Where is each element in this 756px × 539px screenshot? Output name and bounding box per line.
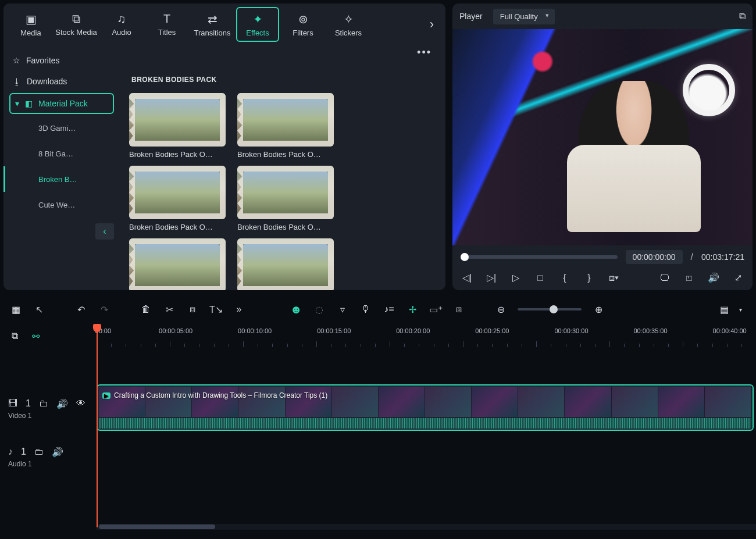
undo-icon[interactable]: ↶ [74, 304, 87, 315]
view-mode-icon[interactable]: ▤ [718, 304, 730, 315]
zoom-handle[interactable] [550, 305, 558, 313]
sidebar-sub-8bit[interactable]: 8 Bit Ga… [3, 141, 108, 166]
add-track-icon[interactable]: ⧉ [8, 331, 21, 341]
delete-icon[interactable]: 🗑 [140, 304, 152, 315]
redo-icon[interactable]: ↷ [98, 304, 110, 315]
marker-icon[interactable]: ▿ [336, 304, 349, 315]
player-header: Player Full Quality ⧉ [452, 3, 753, 29]
track-label: Audio 1 [8, 460, 88, 468]
voice-icon[interactable]: 🎙 [359, 304, 372, 315]
pack-title: BROKEN BODIES PACK [131, 76, 436, 84]
clip-title: ▶Crafting a Custom Intro with Drawing To… [102, 391, 327, 399]
ruler-tick-label: 00:00:05:00 [159, 327, 192, 334]
video-clip[interactable]: ▶Crafting a Custom Intro with Drawing To… [97, 384, 754, 431]
tab-transitions[interactable]: ⇄Transitions [191, 7, 234, 42]
compare-icon[interactable]: ⧉ [739, 11, 746, 22]
ruler-left-controls: ⧉ ⚯ [0, 325, 97, 347]
view-mode-dropdown-icon[interactable]: ▾ [734, 306, 747, 313]
volume-icon[interactable]: 🔊 [707, 272, 720, 283]
time-separator: / [691, 252, 693, 262]
crop-icon[interactable]: ⧈ [186, 304, 199, 315]
tab-label: Stickers [335, 28, 362, 37]
display-icon[interactable]: 🖵 [658, 273, 671, 283]
tab-media[interactable]: ▣Media [9, 7, 52, 42]
templates-icon[interactable]: ▦ [9, 304, 22, 315]
zoom-out-icon[interactable]: ⊖ [494, 304, 507, 315]
speed-icon[interactable]: ◌ [313, 304, 326, 315]
effect-card[interactable] [237, 238, 334, 290]
play-next-icon[interactable]: ▷| [485, 272, 498, 283]
fullscreen-icon[interactable]: ⤢ [732, 272, 744, 283]
tab-stock-media[interactable]: ⧉Stock Media [55, 7, 98, 42]
mark-out-icon[interactable]: } [583, 273, 595, 283]
sidebar-sub-3d-gaming[interactable]: 3D Gami… [3, 115, 108, 141]
audio-mixer-icon[interactable]: ♪≡ [383, 304, 395, 315]
visibility-icon[interactable]: 👁 [76, 398, 85, 409]
more-menu-button[interactable]: ••• [417, 47, 432, 59]
tab-titles[interactable]: TTitles [145, 7, 188, 42]
effect-card[interactable]: Broken Bodies Pack O… [237, 93, 334, 159]
mute-icon[interactable]: 🔊 [56, 398, 68, 409]
effect-card[interactable]: Broken Bodies Pack O… [237, 166, 334, 231]
folder-icon[interactable]: 🗀 [39, 398, 48, 409]
zoom-in-icon[interactable]: ⊕ [592, 304, 605, 315]
tab-filters[interactable]: ⊚Filters [281, 7, 324, 42]
star-icon: ☆ [13, 56, 20, 65]
effect-card[interactable] [129, 238, 226, 290]
text-icon[interactable]: T↘ [209, 304, 222, 315]
tab-label: Stock Media [55, 28, 97, 37]
track-label: Video 1 [8, 412, 88, 420]
split-icon[interactable]: ✂ [163, 304, 176, 315]
ruler-tick-label: 00:00:20:00 [396, 327, 430, 334]
effects-icon: ✦ [253, 12, 263, 26]
chevron-down-icon: ▾ [15, 99, 19, 108]
time-ruler[interactable]: 00:00 00:00:05:00 00:00:10:00 00:00:15:0… [97, 325, 756, 347]
ai-face-icon[interactable]: ☻ [290, 303, 302, 316]
effect-label: Broken Bodies Pack O… [237, 223, 334, 231]
effect-card[interactable]: Broken Bodies Pack O… [129, 93, 226, 159]
player-controls: ◁| ▷| ▷ □ { } ⧈▾ 🖵 ⏍ 🔊 ⤢ [452, 266, 753, 290]
sidebar-sub-cute-wedding[interactable]: Cute We… [3, 192, 108, 217]
prev-frame-icon[interactable]: ◁| [461, 272, 473, 283]
mark-in-icon[interactable]: { [558, 273, 571, 283]
mute-icon[interactable]: 🔊 [52, 447, 63, 458]
library-panel: ▣Media ⧉Stock Media ♫Audio TTitles ⇄Tran… [3, 3, 445, 290]
sidebar-sub-broken-bodies[interactable]: Broken B… [3, 166, 108, 192]
timeline-horizontal-scrollbar[interactable] [97, 524, 756, 530]
sidebar-label: Material Pack [38, 99, 88, 108]
preview-scrubber[interactable] [461, 255, 618, 259]
tab-stickers[interactable]: ✧Stickers [327, 7, 370, 42]
record-icon[interactable]: ▭⁺ [429, 304, 442, 315]
tabs-scroll-right[interactable]: › [424, 17, 440, 32]
video-preview[interactable] [452, 29, 753, 245]
snapshot-icon[interactable]: ⏍ [683, 273, 696, 283]
tab-effects[interactable]: ✦Effects [236, 7, 279, 42]
tab-label: Effects [246, 28, 269, 37]
zoom-slider[interactable] [518, 308, 582, 310]
folder-icon[interactable]: 🗀 [34, 447, 44, 457]
transitions-icon: ⇄ [208, 12, 217, 26]
tab-audio[interactable]: ♫Audio [100, 7, 143, 42]
collapse-sidebar-button[interactable]: ‹ [95, 223, 114, 240]
scrubber-handle[interactable] [461, 253, 469, 261]
stop-icon[interactable]: □ [534, 273, 547, 283]
aspect-icon[interactable]: ⧈▾ [607, 273, 620, 283]
sidebar-favorites[interactable]: ☆Favorites [3, 50, 120, 71]
playhead[interactable] [97, 325, 98, 527]
sidebar-downloads[interactable]: ⭳Downloads [3, 71, 120, 92]
more-tools-icon[interactable]: » [233, 304, 245, 315]
render-icon[interactable]: ✢ [406, 304, 419, 315]
play-icon[interactable]: ▷ [509, 272, 522, 283]
select-tool-icon[interactable]: ↖ [33, 304, 45, 315]
stock-icon: ⧉ [72, 12, 80, 26]
keyframe-icon[interactable]: ⧇ [452, 304, 465, 315]
cube-icon: ◧ [25, 99, 33, 108]
sidebar-material-pack[interactable]: ▾◧Material Pack [9, 93, 114, 114]
magnet-icon[interactable]: ⚯ [29, 331, 42, 342]
effect-card[interactable]: Broken Bodies Pack O… [129, 166, 226, 231]
video-track-head: 🎞1 🗀 🔊 👁 Video 1 [0, 381, 97, 437]
quality-select[interactable]: Full Quality [493, 9, 555, 24]
scrollbar-thumb[interactable] [99, 524, 215, 529]
stickers-icon: ✧ [344, 12, 354, 26]
filters-icon: ⊚ [298, 12, 308, 26]
